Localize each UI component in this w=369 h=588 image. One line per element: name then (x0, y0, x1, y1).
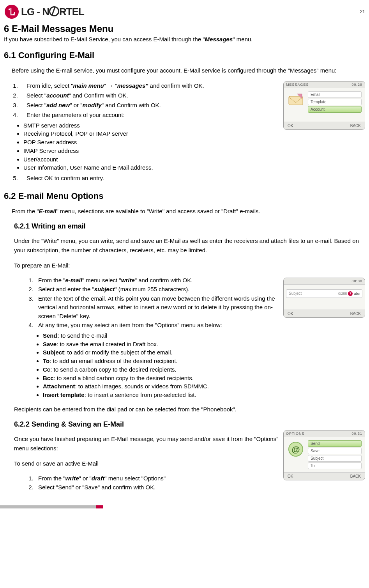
list-item: POP Server address (23, 138, 365, 147)
list-item: Select "Send" or "Save" and confirm with… (35, 483, 365, 492)
page-number: 21 (360, 9, 365, 14)
p-6-1: Before using the E-mail service, you mus… (12, 66, 365, 75)
heading-6-2-2: 6.2.2 Sending & Saving an E-Mail (14, 420, 365, 429)
t9-icon: T (348, 291, 353, 296)
list-item: At any time, you may select an item from… (35, 321, 365, 330)
p-6-2-1-a: Under the "Write" menu, you can write, s… (14, 236, 365, 255)
heading-6: 6 E-Mail Messages Menu (4, 23, 365, 34)
p-6-2: From the "E-mail" menu, selections are a… (12, 207, 365, 216)
envelope-icon (287, 91, 305, 109)
page-header: LG - NRTEL 21 (4, 4, 365, 19)
svg-point-1 (9, 9, 10, 10)
phone-menu-item: Template (308, 99, 362, 105)
list-item: Send: to send the e-mail (43, 331, 365, 340)
list-item: To: to add an email address of the desir… (43, 357, 365, 365)
list-item: Select OK to confirm an entry. (19, 174, 365, 182)
list-item: Cc: to send a carbon copy to the desired… (43, 365, 365, 374)
brand-logo: LG - NRTEL (4, 4, 84, 19)
phone-screenshot-options: OPTIONS00:31 @ SendSaveSubjectTo OKBACK (283, 430, 365, 480)
list-item: IMAP Server address (23, 147, 365, 155)
p-6-2-1-b: To prepare an E-Mail: (14, 261, 365, 270)
phone-menu-item: Send (308, 440, 362, 447)
list-item: Subject: to add or modify the subject of… (43, 348, 365, 357)
phone-menu-item: Account (308, 106, 362, 113)
p-6-2-1-c: Recipients can be entered from the dial … (14, 405, 365, 414)
intro-paragraph: If you have subscribed to E-Mail Service… (4, 35, 365, 43)
phone-menu-item: Subject (308, 455, 362, 462)
list-item: Save: to save the email created in Draft… (43, 340, 365, 349)
heading-6-1: 6.1 Configuring E-Mail (4, 50, 365, 60)
phone-menu-item: To (308, 462, 362, 469)
list-item: Bcc: to send a blind carbon copy to the … (43, 374, 365, 383)
ul-6-2-1: Send: to send the e-mailSave: to save th… (43, 331, 365, 399)
phone-screenshot-messages: MESSAGES00:29 EmailTemplateAccount OKBAC… (283, 81, 365, 130)
list-item: Receiving Protocol, POP or IMAP server (23, 129, 365, 138)
list-item: Attachment: to attach images, sounds or … (43, 382, 365, 391)
svg-text:@: @ (291, 445, 300, 454)
footer-decoration (0, 505, 369, 508)
list-item: User/account (23, 155, 365, 164)
at-sign-icon: @ (287, 440, 305, 458)
phone-menu-item: Save (308, 448, 362, 454)
phone-screenshot-write: 00:30 Subject 0/255 T abc OKBACK (283, 278, 365, 318)
list-item: User Information, User Name and E-Mail a… (23, 163, 365, 172)
phone-menu-item: Email (308, 91, 362, 98)
svg-point-0 (5, 5, 19, 19)
heading-6-2: 6.2 E-mail Menu Options (4, 191, 365, 201)
heading-6-2-1: 6.2.1 Writing an email (14, 222, 365, 230)
list-item: Insert template: to insert a sentence fr… (43, 391, 365, 399)
